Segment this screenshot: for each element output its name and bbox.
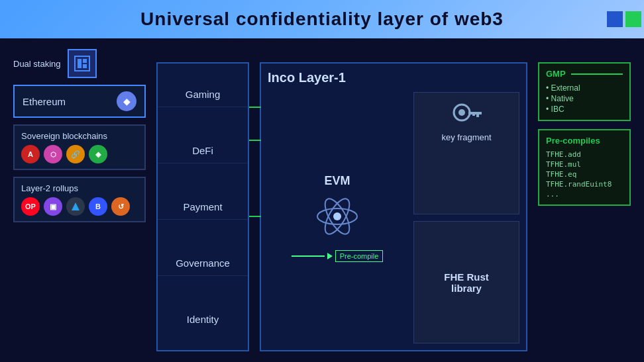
polygon-icon: ▣ <box>44 197 62 216</box>
arbitrum-icon <box>66 197 85 216</box>
key-fragment-label: key fragment <box>441 132 491 142</box>
inco-logo-svg <box>73 54 91 73</box>
svg-rect-14 <box>476 112 479 117</box>
pre-compile-arrow <box>327 253 333 259</box>
connector-defi <box>249 140 261 141</box>
title-bar: Universal confidentiality layer of web3 <box>0 0 644 38</box>
scroll-icon: ↺ <box>111 197 130 216</box>
svg-text:⬡: ⬡ <box>50 151 56 158</box>
precompile-tfhe-add: TFHE.add <box>546 150 623 159</box>
right-inco-section: key fragment FHE Rust library <box>413 92 519 343</box>
ethereum-label: Ethereum <box>23 96 66 107</box>
dual-staking-label: Dual staking <box>13 59 61 69</box>
inco-layer1-panel: Inco Layer-1 EVM <box>260 62 527 351</box>
connector-gaming <box>249 107 261 108</box>
gmp-item-native: Native <box>546 93 623 104</box>
left-panel: Dual staking Ethereum ◆ Sovereign blockc… <box>13 49 146 351</box>
poly-icon: ⬡ <box>44 145 62 163</box>
fhe-rust-box: FHE Rust library <box>413 221 519 343</box>
svg-marker-6 <box>72 203 80 210</box>
right-sidebar: GMP External Native IBC Pre-compiles TFH… <box>538 62 631 351</box>
gmp-item-external: External <box>546 83 623 93</box>
precompile-tfhe-rand: TFHE.randEuint8 <box>546 179 623 189</box>
inco-panel-title: Inco Layer-1 <box>268 70 519 85</box>
main-content: Dual staking Ethereum ◆ Sovereign blockc… <box>0 38 644 362</box>
dual-staking-section: Dual staking <box>13 49 146 78</box>
rollup-label: Layer-2 rollups <box>21 183 138 193</box>
inco-inner-layout: EVM Pre-compile <box>268 92 519 343</box>
svg-rect-1 <box>78 59 81 68</box>
precompile-tfhe-mul: TFHE.mul <box>546 159 623 169</box>
sol-icon: ◈ <box>89 145 107 163</box>
sovereign-chain-icons: A ⬡ 🔗 ◈ <box>21 145 138 163</box>
avax-icon: A <box>21 145 40 163</box>
use-case-defi: DeFi <box>158 138 248 163</box>
rollup-chain-icons: OP ▣ B ↺ <box>21 197 138 216</box>
ethereum-icon: ◆ <box>117 91 136 111</box>
svg-rect-2 <box>83 59 87 63</box>
gmp-header: GMP <box>546 69 623 79</box>
inco-logo <box>68 49 97 78</box>
use-case-gaming: Gaming <box>158 82 248 107</box>
svg-point-12 <box>458 109 465 116</box>
use-case-identity: Identity <box>158 307 248 332</box>
sovereign-label: Sovereign blockchains <box>21 131 138 141</box>
svg-rect-3 <box>83 64 87 68</box>
deco-squares <box>591 0 644 38</box>
link-icon: 🔗 <box>66 145 85 163</box>
base-icon: B <box>89 197 107 216</box>
deco-blue-square <box>607 11 623 27</box>
precompiles-box: Pre-compiles TFHE.add TFHE.mul TFHE.eq T… <box>538 129 631 206</box>
layer2-rollups-box: Layer-2 rollups OP ▣ B ↺ <box>13 177 146 222</box>
svg-point-7 <box>333 212 341 220</box>
key-fragment-box: key fragment <box>413 92 519 214</box>
pre-compile-section: Pre-compile <box>292 250 384 262</box>
precompile-tfhe-eq: TFHE.eq <box>546 169 623 179</box>
optimism-icon: OP <box>21 197 40 216</box>
key-icon <box>450 99 483 128</box>
gmp-item-ibc: IBC <box>546 104 623 114</box>
deco-green-square <box>625 11 641 27</box>
page-title: Universal confidentiality layer of web3 <box>140 9 504 30</box>
precompile-ellipsis: ... <box>546 189 623 199</box>
svg-rect-0 <box>75 56 89 71</box>
pre-compile-label: Pre-compile <box>335 250 384 262</box>
fhe-rust-label: FHE Rust library <box>444 271 489 294</box>
precompiles-title: Pre-compiles <box>546 136 623 146</box>
pre-compile-line <box>292 255 325 257</box>
sovereign-blockchains-box: Sovereign blockchains A ⬡ 🔗 ◈ <box>13 124 146 170</box>
use-case-governance: Governance <box>158 251 248 276</box>
atom-icon <box>314 193 360 240</box>
gmp-line <box>571 73 623 75</box>
gmp-box: GMP External Native IBC <box>538 62 631 121</box>
gmp-title: GMP <box>546 69 566 79</box>
use-cases-panel: Gaming DeFi Payment Governance Identity <box>156 62 249 351</box>
ethereum-box: Ethereum ◆ <box>13 85 146 118</box>
use-case-payment: Payment <box>158 195 248 220</box>
evm-section: EVM Pre-compile <box>268 92 407 343</box>
svg-rect-15 <box>472 112 475 116</box>
connector-payment <box>249 216 261 217</box>
evm-label: EVM <box>324 174 350 188</box>
